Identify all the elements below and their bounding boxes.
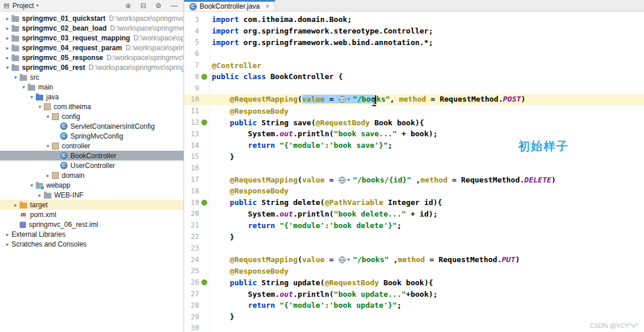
code-line-10[interactable]: 10 @RequestMapping(value = "/books", met… <box>184 94 644 106</box>
line-number[interactable]: 30 <box>184 324 199 332</box>
code-line-24[interactable]: 24 @RequestMapping(value = "/books" ,met… <box>184 254 644 266</box>
code-line-26[interactable]: 26 public String update(@RequestBody Boo… <box>184 277 644 288</box>
tree-item-springmvc-06-rest[interactable]: ▾springmvc_06_restD:\workspace\springmvc… <box>0 62 184 72</box>
tree-item-web-inf[interactable]: ▸WEB-INF <box>0 190 184 200</box>
code-line-27[interactable]: 27 System.out.println("book update..."+b… <box>184 288 644 300</box>
tree-item-main[interactable]: ▾main <box>0 82 184 92</box>
line-number[interactable]: 10 <box>184 95 199 103</box>
tree-item-springmvc-03-request-mapping[interactable]: ▸springmvc_03_request_mappingD:\workspac… <box>0 33 184 43</box>
code-line-17[interactable]: 17 @RequestMapping(value = "/books/{id}"… <box>184 174 644 185</box>
code-line-30[interactable]: 30 <box>184 323 644 332</box>
code-line-12[interactable]: 12 public String save(@RequestBody Book … <box>184 117 644 128</box>
code-line-13[interactable]: 13 System.out.println("book save..." + b… <box>184 128 644 140</box>
code-line-28[interactable]: 28 return "{'module':'book update'}"; <box>184 300 644 311</box>
tab-bookcontroller-java[interactable]: C BookController.java × <box>184 0 275 11</box>
inlay-dropdown-icon[interactable] <box>347 98 350 100</box>
chevron-right-icon[interactable]: ▸ <box>3 16 12 21</box>
code-line-4[interactable]: 4import org.springframework.stereotype.C… <box>184 25 644 37</box>
code-line-5[interactable]: 5import org.springframework.web.bind.ann… <box>184 37 644 49</box>
code-line-21[interactable]: 21 return "{'module':'book delete'}"; <box>184 219 644 231</box>
chevron-right-icon[interactable]: ▸ <box>3 232 12 237</box>
chevron-down-icon[interactable]: ▾ <box>28 94 36 100</box>
line-number[interactable]: 9 <box>184 84 199 92</box>
tree-item-springmvc-01-quickstart[interactable]: ▸springmvc_01_quickstartD:\workspace\spr… <box>0 13 184 23</box>
locate-icon[interactable]: ⊕ <box>125 2 131 10</box>
tree-item-bookcontroller[interactable]: CBookController <box>0 151 184 161</box>
panel-splitter[interactable] <box>184 0 184 332</box>
chevron-down-icon[interactable]: ▾ <box>44 143 52 149</box>
line-number[interactable]: 11 <box>184 107 199 115</box>
chevron-right-icon[interactable]: ▸ <box>3 241 12 247</box>
code-line-11[interactable]: 11 @ResponseBody <box>184 105 644 117</box>
tree-item-scratches-and-consoles[interactable]: ▸Scratches and Consoles <box>0 239 184 249</box>
line-number[interactable]: 8 <box>184 73 199 81</box>
inlay-dropdown-icon[interactable] <box>347 259 350 261</box>
url-inlay[interactable] <box>338 176 353 184</box>
line-number[interactable]: 19 <box>184 199 199 207</box>
line-number[interactable]: 27 <box>184 290 199 298</box>
line-number[interactable]: 4 <box>184 27 199 35</box>
globe-icon[interactable] <box>339 96 346 103</box>
tree-item-com-itheima[interactable]: ▾com.itheima <box>0 102 184 111</box>
code-line-29[interactable]: 29 } <box>184 311 644 323</box>
chevron-down-icon[interactable]: ▾ <box>12 74 20 80</box>
chevron-down-icon[interactable]: ▾ <box>36 104 44 110</box>
code-line-14[interactable]: 14 return "{'module':'book save'}"; <box>184 140 644 151</box>
globe-icon[interactable] <box>339 177 346 184</box>
tree-item-config[interactable]: ▾config <box>0 111 184 121</box>
code-line-19[interactable]: 19 public String delete(@PathVariable In… <box>184 197 644 208</box>
tree-item-webapp[interactable]: ▾webapp <box>0 180 184 190</box>
close-icon[interactable]: × <box>265 2 269 10</box>
code-line-25[interactable]: 25 @ResponseBody <box>184 266 644 277</box>
chevron-down-icon[interactable]: ▾ <box>44 114 52 120</box>
tree-item-domain[interactable]: ▸domain <box>0 170 184 180</box>
chevron-down-icon[interactable]: ▾ <box>28 182 36 188</box>
url-inlay[interactable] <box>338 95 353 103</box>
line-number[interactable]: 22 <box>184 233 199 241</box>
tree-item-java[interactable]: ▾java <box>0 92 184 102</box>
line-number[interactable]: 25 <box>184 267 199 275</box>
chevron-right-icon[interactable]: ▸ <box>3 25 12 31</box>
chevron-down-icon[interactable]: ▾ <box>20 84 28 90</box>
tree-item-springmvc-04-request-param[interactable]: ▸springmvc_04_request_paramD:\workspace\… <box>0 43 184 53</box>
tree-item-external-libraries[interactable]: ▸External Libraries <box>0 229 184 239</box>
line-number[interactable]: 13 <box>184 130 199 138</box>
spring-mapping-icon[interactable] <box>201 200 207 206</box>
chevron-down-icon[interactable]: ▾ <box>36 3 39 8</box>
spring-mapping-icon[interactable] <box>201 74 207 80</box>
code-line-22[interactable]: 22 } <box>184 231 644 243</box>
code-line-6[interactable]: 6 <box>184 48 644 59</box>
chevron-right-icon[interactable]: ▸ <box>3 45 12 51</box>
inlay-dropdown-icon[interactable] <box>347 179 350 181</box>
chevron-right-icon[interactable]: ▸ <box>44 173 52 178</box>
line-number[interactable]: 15 <box>184 152 199 161</box>
hide-icon[interactable]: — <box>171 2 178 10</box>
code-line-16[interactable]: 16 <box>184 162 644 174</box>
tree-item-pom-xml[interactable]: mpom.xml <box>0 210 184 219</box>
tree-item-controller[interactable]: ▾controller <box>0 141 184 151</box>
line-number[interactable]: 29 <box>184 313 199 321</box>
chevron-right-icon[interactable]: ▸ <box>3 55 12 61</box>
line-number[interactable]: 23 <box>184 244 199 252</box>
globe-icon[interactable] <box>339 256 346 263</box>
tree-item-servletcontainersinitconfig[interactable]: CServletContainersInitConfig <box>0 121 184 131</box>
code-line-18[interactable]: 18 @ResponseBody <box>184 185 644 197</box>
chevron-down-icon[interactable]: ▾ <box>3 65 12 70</box>
line-number[interactable]: 6 <box>184 50 199 58</box>
code-line-23[interactable]: 23 <box>184 243 644 254</box>
line-number[interactable]: 5 <box>184 38 199 46</box>
collapse-all-icon[interactable]: ⊟ <box>140 2 146 10</box>
tree-item-springmvc-05-response[interactable]: ▸springmvc_05_responseD:\workspace\sprin… <box>0 53 184 62</box>
line-number[interactable]: 18 <box>184 187 199 195</box>
code-line-7[interactable]: 7@Controller <box>184 59 644 71</box>
line-number[interactable]: 20 <box>184 210 199 218</box>
line-number[interactable]: 21 <box>184 221 199 229</box>
chevron-right-icon[interactable]: ▸ <box>12 202 20 208</box>
settings-icon[interactable]: ⚙ <box>155 2 162 10</box>
line-number[interactable]: 28 <box>184 301 199 309</box>
code-line-9[interactable]: 9 <box>184 83 644 94</box>
line-number[interactable]: 26 <box>184 278 199 286</box>
line-number[interactable]: 17 <box>184 176 199 184</box>
spring-mapping-icon[interactable] <box>201 120 207 125</box>
tree-item-springmvcconfig[interactable]: CSpringMvcConfig <box>0 131 184 141</box>
